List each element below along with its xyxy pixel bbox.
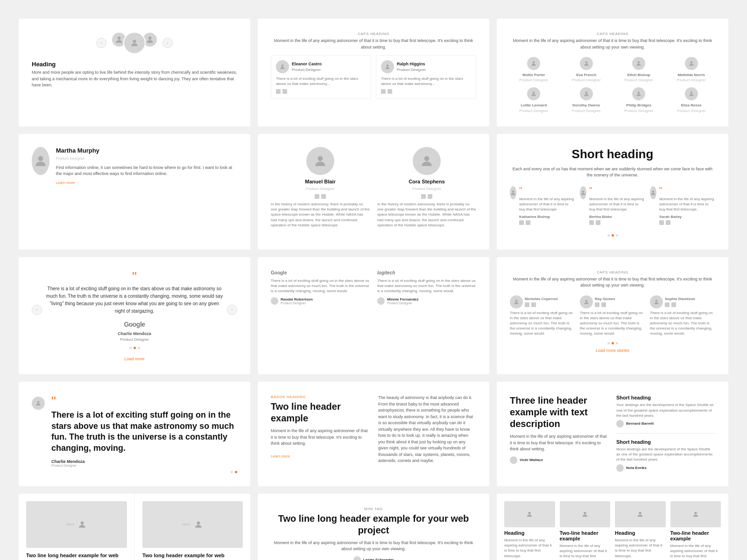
image-placeholder: label	[26, 501, 127, 548]
person-name: Manuel Blair	[271, 179, 370, 184]
card-body: Moment in the life of any aspiring astro…	[510, 276, 715, 289]
facebook-icon	[671, 302, 676, 307]
person-name: Eliza Reese	[668, 103, 716, 108]
dot-active	[235, 471, 237, 473]
facebook-icon	[596, 220, 600, 225]
card-large-quote: " There is a lot of exciting stuff going…	[19, 382, 250, 486]
dot	[616, 234, 618, 237]
card-caps-3testimonials: CAPS HEADING Moment in the life of any a…	[497, 257, 728, 375]
avatar	[276, 60, 289, 73]
twitter-icon	[589, 220, 594, 225]
loadmore-link[interactable]: Load more	[32, 357, 237, 361]
avatar	[685, 57, 698, 70]
person-name: Mollie Porter	[510, 72, 558, 77]
card-caps-2people: CAPS HEADING Moment in the life of any a…	[258, 19, 489, 126]
brand-testimonial-1: Google There is a lot of exciting stuff …	[271, 270, 370, 305]
person-role: Product Designer	[510, 77, 558, 83]
author-name: Vicki Wallace	[520, 458, 543, 462]
dot-active	[134, 347, 136, 349]
person-card: Mollie Porter Product Designer	[510, 57, 558, 83]
twitter-icon	[665, 302, 669, 307]
bio-card-2: Cora Stephens Product Designer In the hi…	[377, 147, 476, 228]
author-row-1: Bernard Barrett	[616, 420, 715, 427]
card-two-image-cards: label Two line long header example for w…	[19, 494, 250, 560]
person-role: Product Designer	[397, 67, 426, 72]
image-card-left: label Two line long header example for w…	[19, 494, 134, 560]
card-body: Moment in the life of any aspiring astro…	[271, 428, 369, 447]
bio-card-1: Manuel Blair Product Designer In the his…	[271, 147, 370, 228]
person-name: Cora Stephens	[377, 179, 476, 184]
card-body: More and more people are opting to live …	[32, 70, 237, 89]
person-name: Lottie Leonard	[510, 103, 558, 108]
avatar	[377, 297, 385, 305]
item-heading: Heading	[615, 530, 666, 536]
facebook-icon	[321, 194, 326, 199]
person-role: Product Designer	[563, 108, 611, 113]
author-row-2: Nola Enriks	[616, 464, 715, 472]
avatar	[413, 147, 441, 175]
item-heading: Heading	[504, 530, 555, 536]
card-badge: MINI TAG	[271, 507, 476, 511]
dot-active	[612, 234, 614, 237]
testimonial-1: " Moment in the life of any aspiring ast…	[510, 186, 575, 228]
person-role: Product Designer	[271, 186, 370, 191]
card-heading: Heading	[32, 61, 237, 68]
testimonial-text: There is a lot of exciting stuff going o…	[650, 310, 715, 336]
avatar	[685, 87, 698, 100]
prev-arrow[interactable]: ‹	[32, 305, 42, 315]
prev-arrow[interactable]: ‹	[96, 38, 106, 48]
card-body: Moment in the life of any aspiring astro…	[510, 38, 715, 50]
person-text: There is a lot of exciting stuff going o…	[276, 76, 366, 86]
facebook-icon	[282, 89, 287, 94]
twitter-icon	[315, 194, 319, 199]
learn-more-link[interactable]: Learn more	[271, 454, 290, 458]
person-card-2: Ralph Higgins Product Designer There is …	[376, 55, 476, 99]
item-body: Moment in the life of any aspiring astro…	[560, 543, 611, 560]
testimonial-3: Sophie Davidson There is a lot of exciti…	[650, 295, 715, 336]
person-card: Dorothy Owens Product Designer	[563, 87, 611, 113]
card-heading: Two line long header example for your we…	[271, 513, 476, 536]
author-name: Sarah Bailey	[659, 214, 715, 219]
avatar	[510, 186, 516, 199]
item-body: Moment in the life of any aspiring astro…	[615, 538, 666, 559]
author-name: Bertha Blake	[589, 214, 645, 219]
person-name: Eva French	[563, 72, 611, 77]
testimonial-text: Moment in the life of any aspiring astro…	[589, 196, 645, 212]
dot	[607, 234, 610, 237]
next-arrow[interactable]: ›	[227, 305, 237, 315]
card-short-heading-testimonials: Short heading Each and every one of us h…	[497, 134, 728, 250]
avatar	[510, 456, 517, 464]
loadmore-link[interactable]: Load more stories	[510, 348, 715, 353]
author-name: Nicholas Copernol	[525, 296, 558, 301]
brand-testimonial-2: logitech There is a lot of exciting stuf…	[377, 270, 476, 305]
card-two-people-bio: Manuel Blair Product Designer In the his…	[258, 134, 489, 250]
facebook-icon	[531, 302, 536, 307]
avatar	[527, 57, 540, 70]
facebook-icon	[388, 89, 392, 94]
dot	[607, 342, 610, 344]
item-heading: Two-line header example	[670, 530, 721, 541]
next-arrow[interactable]: ›	[162, 38, 173, 48]
testimonial-2: " Moment in the life of any aspiring ast…	[580, 186, 645, 228]
learn-more-link[interactable]: Learn more	[56, 181, 75, 185]
avatar	[353, 556, 361, 560]
person-role: Product Designer	[563, 77, 611, 83]
twitter-icon	[381, 89, 386, 94]
person-card-1: Eleanor Castro Product Designer There is…	[271, 55, 371, 99]
testimonial-text: Moment in the life of any aspiring astro…	[659, 196, 715, 212]
person-role: Product Designer	[510, 108, 558, 113]
avatar	[616, 420, 624, 427]
facebook-icon	[526, 220, 530, 225]
avatar	[510, 295, 523, 308]
author-name: Lester Schroeder	[363, 558, 394, 560]
dot	[616, 342, 618, 344]
card-body: First information online, it can sometim…	[56, 165, 237, 177]
avatar	[580, 87, 593, 100]
card-body: Moment in the life of any aspiring astro…	[510, 434, 609, 453]
bottom-item-2: Two-line header example Moment in the li…	[560, 501, 611, 560]
image-placeholder	[504, 501, 555, 527]
person-role: Product Designer	[615, 108, 663, 113]
person-card: Ethel Bishop Product Designer	[615, 57, 663, 83]
author-role: Product Designer	[46, 337, 223, 342]
person-card: Eva French Product Designer	[563, 57, 611, 83]
